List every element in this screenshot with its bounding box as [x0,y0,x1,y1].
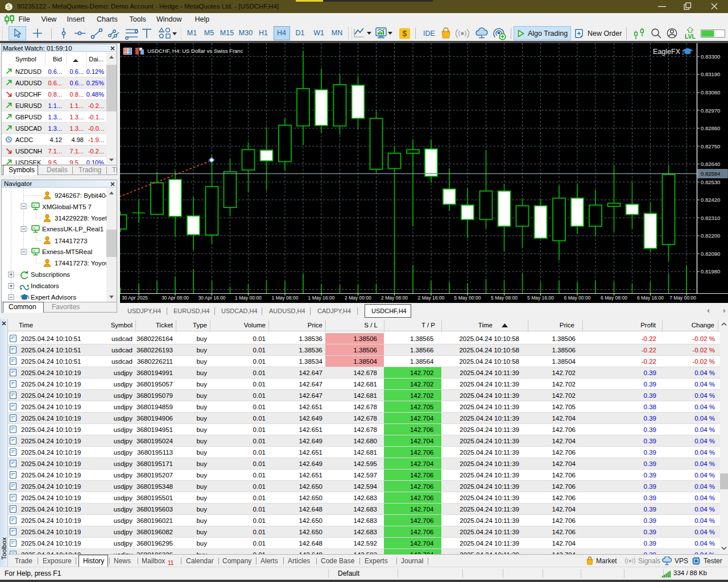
svg-text:LVL: LVL [685,33,696,40]
svg-text:0.82310: 0.82310 [701,215,720,221]
svg-text:0.83080: 0.83080 [701,89,720,95]
svg-text:0.82750: 0.82750 [701,143,720,149]
svg-text:USDCHF, H4: US Dollar vs Swis: USDCHF, H4: US Dollar vs Swiss Franc [147,48,243,54]
svg-text:0.83300: 0.83300 [701,53,720,60]
svg-text:7 May 00:00: 7 May 00:00 [669,295,696,301]
svg-text:0.82970: 0.82970 [701,107,720,114]
svg-text:IDE: IDE [423,30,435,38]
svg-text:0.82584: 0.82584 [701,171,720,177]
svg-text:0.82530: 0.82530 [701,179,720,185]
svg-text:5: 5 [7,3,10,10]
svg-text:0.81980: 0.81980 [701,268,720,275]
svg-text:0.82090: 0.82090 [701,251,720,257]
svg-text:$: $ [403,29,407,38]
svg-text:0.83190: 0.83190 [701,71,720,77]
svg-text:0.82860: 0.82860 [701,125,720,131]
svg-text:0.82200: 0.82200 [701,232,720,239]
svg-text:0.82640: 0.82640 [701,161,720,167]
svg-text:30 Apr 2025: 30 Apr 2025 [122,295,148,301]
svg-text:0.82420: 0.82420 [701,197,720,203]
svg-text:EagleFX: EagleFX [653,48,681,56]
